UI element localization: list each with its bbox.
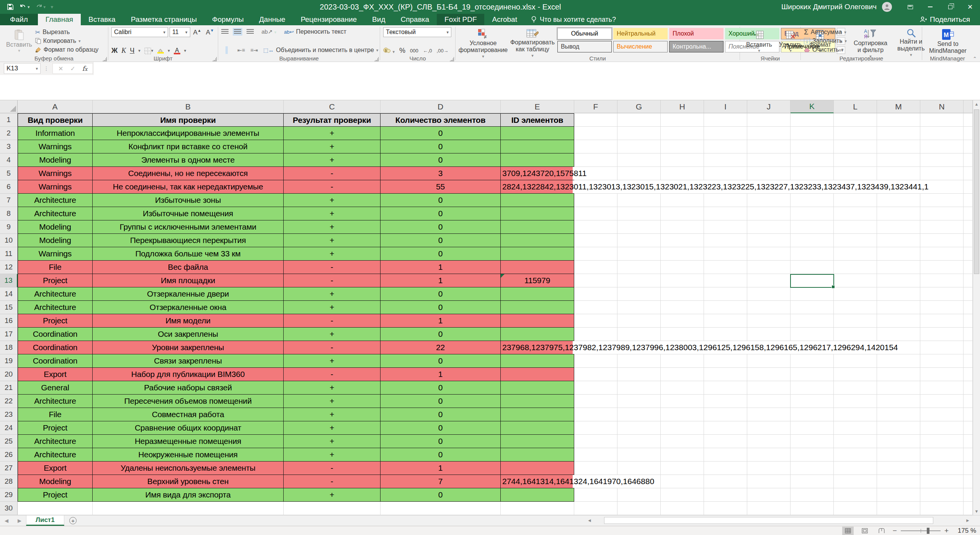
- row-header-23[interactable]: 23: [0, 408, 18, 421]
- cell-B19[interactable]: Связи закреплены: [93, 354, 284, 368]
- row-header-1[interactable]: 1: [0, 113, 18, 127]
- sort-filter-button[interactable]: АЯ Сортировка и фильтр▾: [851, 27, 890, 55]
- column-header-partial[interactable]: [964, 100, 973, 113]
- row-header-29[interactable]: 29: [0, 488, 18, 502]
- customize-qat-button[interactable]: ▿: [51, 5, 53, 10]
- row-header-7[interactable]: 7: [0, 194, 18, 207]
- namebox-splitter[interactable]: ⋮: [44, 65, 49, 72]
- insert-function-icon[interactable]: fx: [82, 65, 88, 72]
- cell-C22[interactable]: +: [284, 395, 381, 408]
- ribbon-display-options-button[interactable]: [900, 0, 920, 14]
- row-header-28[interactable]: 28: [0, 475, 18, 488]
- cell-D25[interactable]: 0: [381, 435, 501, 448]
- cell-E26[interactable]: [501, 448, 574, 462]
- cell-B14[interactable]: Отзеркаленные двери: [93, 287, 284, 301]
- font-color-button[interactable]: А: [174, 47, 180, 54]
- copy-button[interactable]: Копировать▾: [35, 37, 98, 46]
- cell-B25[interactable]: Неразмещенные помещения: [93, 435, 284, 448]
- ribbon-tab-вид[interactable]: Вид: [364, 14, 393, 25]
- number-dialog-launcher[interactable]: [450, 57, 454, 61]
- cell-B12[interactable]: Вес файла: [93, 261, 284, 274]
- hscroll-right-arrow[interactable]: ►: [963, 518, 972, 523]
- cell-D14[interactable]: 0: [381, 287, 501, 301]
- cell-B5[interactable]: Соединены, но не пересекаются: [93, 167, 284, 180]
- decrease-indent-button[interactable]: ⇤≡: [237, 47, 245, 53]
- fill-color-button[interactable]: [157, 48, 164, 54]
- cell-B29[interactable]: Имя вида для экспорта: [93, 488, 284, 502]
- autosum-button[interactable]: ΣАвтосумма▾: [804, 28, 847, 37]
- cell-B17[interactable]: Оси закреплены: [93, 328, 284, 341]
- align-top-button[interactable]: [221, 29, 229, 34]
- cell-A27[interactable]: Export: [18, 462, 93, 475]
- cell-D21[interactable]: 0: [381, 381, 501, 395]
- ribbon-tab-foxit-pdf[interactable]: Foxit PDF: [437, 14, 484, 25]
- column-header-I[interactable]: I: [704, 100, 747, 113]
- cell-B8[interactable]: Избыточные помещения: [93, 207, 284, 220]
- cell-D3[interactable]: 0: [381, 140, 501, 153]
- cell-E4[interactable]: [501, 153, 574, 167]
- cell-A1[interactable]: Вид проверки: [18, 113, 93, 127]
- enter-icon[interactable]: ✓: [70, 65, 75, 72]
- column-header-K[interactable]: K: [791, 100, 834, 113]
- formula-bar-expanded-area[interactable]: [0, 75, 980, 100]
- cell-B22[interactable]: Пересечения объемов помещений: [93, 395, 284, 408]
- scroll-down-arrow[interactable]: ▼: [973, 507, 980, 515]
- decrease-decimal-button[interactable]: ,00→: [437, 48, 449, 54]
- sheet-tab-list1[interactable]: Лист1: [26, 515, 64, 526]
- cell-C19[interactable]: +: [284, 354, 381, 368]
- cell-E18-overflow-ids[interactable]: 237968,1237975,1237982,1237989,1237996,1…: [501, 341, 898, 354]
- cell-C27[interactable]: -: [284, 462, 381, 475]
- format-painter-button[interactable]: Формат по образцу: [35, 45, 98, 54]
- cell-A24[interactable]: Project: [18, 421, 93, 435]
- increase-indent-button[interactable]: ≡⇥: [250, 47, 258, 53]
- wrap-text-button[interactable]: ab↩Переносить текст: [284, 27, 346, 36]
- cell-B16[interactable]: Имя модели: [93, 314, 284, 328]
- cell-C24[interactable]: +: [284, 421, 381, 435]
- cell-A5[interactable]: Warnings: [18, 167, 93, 180]
- cell-A11[interactable]: Warnings: [18, 247, 93, 261]
- cell-A12[interactable]: File: [18, 261, 93, 274]
- ribbon-tab-рецензирование[interactable]: Рецензирование: [293, 14, 364, 25]
- cell-E11[interactable]: [501, 247, 574, 261]
- cell-C3[interactable]: +: [284, 140, 381, 153]
- number-format-combo[interactable]: Текстовый▾: [383, 27, 451, 37]
- cell-A18[interactable]: Coordination: [18, 341, 93, 354]
- cell-C6[interactable]: -: [284, 180, 381, 194]
- ribbon-tab-главная[interactable]: Главная: [38, 14, 81, 25]
- cell-D1[interactable]: Количество элементов: [381, 113, 501, 127]
- cell-E23[interactable]: [501, 408, 574, 421]
- collapse-ribbon-button[interactable]: ⌃: [973, 56, 977, 62]
- row-header-15[interactable]: 15: [0, 301, 18, 314]
- restore-button[interactable]: [940, 0, 960, 14]
- cell-C2[interactable]: +: [284, 127, 381, 140]
- cell-C11[interactable]: +: [284, 247, 381, 261]
- column-header-F[interactable]: F: [574, 100, 617, 113]
- clear-button[interactable]: Очистить▾: [804, 45, 847, 54]
- row-header-12[interactable]: 12: [0, 261, 18, 274]
- cell-B28[interactable]: Верхний уровень стен: [93, 475, 284, 488]
- sheet-grid[interactable]: 1Вид проверкиИмя проверкиРезультат прове…: [0, 113, 973, 515]
- cell-E16[interactable]: [501, 314, 574, 328]
- row-header-6[interactable]: 6: [0, 180, 18, 194]
- cell-D15[interactable]: 0: [381, 301, 501, 314]
- page-layout-view-button[interactable]: [859, 527, 871, 535]
- format-as-table-button[interactable]: Форматировать как таблицу▾: [508, 27, 557, 55]
- cell-B6[interactable]: Не соединены, так как нередактируемые: [93, 180, 284, 194]
- cell-D4[interactable]: 0: [381, 153, 501, 167]
- row-header-17[interactable]: 17: [0, 328, 18, 341]
- cell-D9[interactable]: 0: [381, 220, 501, 234]
- cell-E29[interactable]: [501, 488, 574, 502]
- cell-B13[interactable]: Имя площадки: [93, 274, 284, 287]
- cell-E25[interactable]: [501, 435, 574, 448]
- hscroll-left-arrow[interactable]: ◄: [585, 518, 594, 523]
- cell-D6[interactable]: 55: [381, 180, 501, 194]
- row-header-24[interactable]: 24: [0, 421, 18, 435]
- column-header-D[interactable]: D: [381, 100, 501, 113]
- select-all-corner[interactable]: [0, 100, 18, 113]
- cell-A10[interactable]: Modeling: [18, 234, 93, 247]
- cell-C15[interactable]: +: [284, 301, 381, 314]
- row-header-4[interactable]: 4: [0, 153, 18, 167]
- row-header-5[interactable]: 5: [0, 167, 18, 180]
- formula-input[interactable]: [93, 62, 980, 75]
- borders-button[interactable]: ▾: [144, 47, 154, 54]
